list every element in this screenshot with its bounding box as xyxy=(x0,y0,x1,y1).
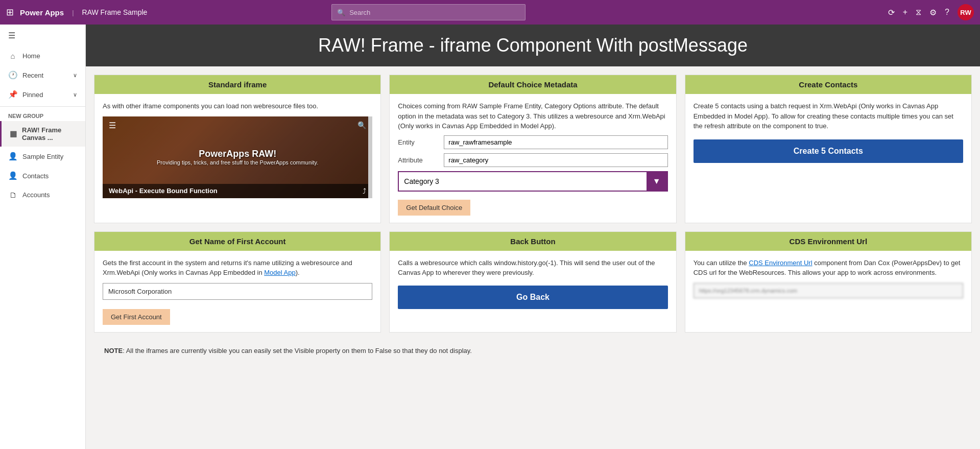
card-create-contacts-header: Create Contacts xyxy=(685,75,971,94)
sidebar-divider xyxy=(0,106,85,107)
pin-icon: 📌 xyxy=(8,90,17,99)
accounts-icon: 🗋 xyxy=(8,191,17,199)
default-choice-description: Choices coming from RAW Sample Frame Ent… xyxy=(398,101,667,131)
card-back-button: Back Button Calls a webresource which ca… xyxy=(389,231,676,333)
get-first-account-desc-end: ). xyxy=(296,269,300,276)
card-get-first-account-header: Get Name of First Account xyxy=(94,232,380,251)
sidebar-item-contacts-label: Contacts xyxy=(22,172,49,180)
attribute-label: Attribute xyxy=(398,156,439,164)
note-text: : All the iframes are currently visible … xyxy=(123,347,472,355)
note-bar: NOTE: All the iframes are currently visi… xyxy=(94,341,972,361)
card-standard-iframe-header: Standard iframe xyxy=(94,75,380,94)
iframe-bottom-bar: WebApi - Execute Bound Function ⤴ xyxy=(103,184,372,198)
go-back-button[interactable]: Go Back xyxy=(398,286,667,309)
sidebar-hamburger[interactable]: ☰ xyxy=(0,25,85,46)
card-cds-environment: CDS Environment Url You can utilize the … xyxy=(685,231,972,333)
sidebar-item-raw-canvas[interactable]: ▦ RAW! Frame Canvas ... xyxy=(0,121,85,147)
grid-icon[interactable]: ⊞ xyxy=(6,7,14,18)
sidebar-item-pinned-label: Pinned xyxy=(22,91,43,99)
entity-icon: 👤 xyxy=(8,152,17,161)
iframe-embed: ☰ 🔍 PowerApps RAW! Providing tips, trick… xyxy=(103,116,372,198)
entity-label: Entity xyxy=(398,138,439,146)
card-back-button-body: Calls a webresource which calls window.h… xyxy=(390,251,676,316)
topbar-logo: Power Apps xyxy=(20,8,64,17)
topbar-appname: RAW Frame Sample xyxy=(82,8,148,16)
refresh-icon[interactable]: ⟳ xyxy=(888,8,895,17)
help-icon[interactable]: ? xyxy=(945,8,949,17)
card-default-choice: Default Choice Metadata Choices coming f… xyxy=(389,75,676,223)
page-title: RAW! Frame - iframe Component With postM… xyxy=(96,35,970,56)
category-dropdown[interactable]: Category 1 Category 2 Category 3 Categor… xyxy=(398,171,667,192)
card-cds-environment-header: CDS Environment Url xyxy=(685,232,971,251)
iframe-scrollbar[interactable] xyxy=(368,116,372,198)
content-grid: Standard iframe As with other iframe com… xyxy=(86,66,980,369)
dropdown-arrow-icon[interactable]: ▼ xyxy=(647,172,667,191)
category-select[interactable]: Category 1 Category 2 Category 3 Categor… xyxy=(399,174,646,188)
create-5-contacts-button[interactable]: Create 5 Contacts xyxy=(694,139,963,163)
attribute-input[interactable] xyxy=(444,153,667,167)
add-icon[interactable]: + xyxy=(903,8,907,17)
sidebar-item-accounts[interactable]: 🗋 Accounts xyxy=(0,185,85,204)
get-first-account-desc-text: Gets the first account in the system and… xyxy=(103,259,352,277)
recent-icon: 🕐 xyxy=(8,70,17,80)
model-app-link[interactable]: Model App xyxy=(264,269,295,276)
cds-desc-part1: You can utilize the xyxy=(694,259,749,267)
sidebar-item-home-label: Home xyxy=(22,52,40,60)
sidebar-item-accounts-label: Accounts xyxy=(22,191,50,199)
filter-icon[interactable]: ⧖ xyxy=(916,8,921,17)
chevron-down-icon-pinned: ∨ xyxy=(73,91,77,98)
sidebar-item-sample-entity[interactable]: 👤 Sample Entity xyxy=(0,147,85,166)
avatar[interactable]: RW xyxy=(958,4,974,20)
topbar-actions: ⟳ + ⧖ ⚙ ? RW xyxy=(888,4,974,20)
get-first-account-button[interactable]: Get First Account xyxy=(103,309,170,325)
card-standard-iframe-body: As with other iframe components you can … xyxy=(94,94,380,210)
entity-field-row: Entity xyxy=(398,135,667,149)
card-get-first-account: Get Name of First Account Gets the first… xyxy=(94,231,381,333)
sidebar-item-home[interactable]: ⌂ Home xyxy=(0,46,85,65)
back-button-description: Calls a webresource which calls window.h… xyxy=(398,258,667,278)
home-icon: ⌂ xyxy=(8,52,17,60)
iframe-subtitle-text: Providing tips, tricks, and free stuff t… xyxy=(147,159,328,166)
sidebar-item-recent[interactable]: 🕐 Recent ∨ xyxy=(0,65,85,85)
search-box[interactable]: 🔍 xyxy=(331,4,525,20)
search-icon: 🔍 xyxy=(337,9,345,16)
card-create-contacts: Create Contacts Create 5 contacts using … xyxy=(685,75,972,223)
attribute-field-row: Attribute xyxy=(398,153,667,167)
get-default-choice-button[interactable]: Get Default Choice xyxy=(398,200,470,216)
topbar-separator: | xyxy=(72,9,74,16)
create-contacts-description: Create 5 contacts using a batch request … xyxy=(694,101,963,131)
card-default-choice-body: Choices coming from RAW Sample Frame Ent… xyxy=(390,94,676,223)
cds-url-display: https://org12345678.crm.dynamics.com xyxy=(694,283,963,298)
card-default-choice-header: Default Choice Metadata xyxy=(390,75,676,94)
get-first-account-description: Gets the first account in the system and… xyxy=(103,258,372,278)
contacts-icon: 👤 xyxy=(8,171,17,180)
iframe-bottom-text: WebApi - Execute Bound Function xyxy=(109,187,218,195)
settings-icon[interactable]: ⚙ xyxy=(929,8,937,17)
topbar: ⊞ Power Apps | RAW Frame Sample 🔍 ⟳ + ⧖ … xyxy=(0,0,980,25)
card-standard-iframe: Standard iframe As with other iframe com… xyxy=(94,75,381,223)
cds-environment-link[interactable]: CDS Environment Url xyxy=(749,259,812,267)
cds-environment-description: You can utilize the CDS Environment Url … xyxy=(694,258,963,278)
dropdown-row: Category 1 Category 2 Category 3 Categor… xyxy=(398,171,667,192)
sidebar-item-raw-label: RAW! Frame Canvas ... xyxy=(22,126,77,141)
canvas-icon: ▦ xyxy=(10,129,17,138)
sidebar-item-sample-entity-label: Sample Entity xyxy=(22,153,63,160)
chevron-down-icon: ∨ xyxy=(73,72,77,79)
sidebar-item-recent-label: Recent xyxy=(22,72,43,79)
iframe-title-text: PowerApps RAW! xyxy=(199,149,276,159)
sidebar: ☰ ⌂ Home 🕐 Recent ∨ 📌 Pinned ∨ New Group… xyxy=(0,25,86,449)
main-layout: ☰ ⌂ Home 🕐 Recent ∨ 📌 Pinned ∨ New Group… xyxy=(0,25,980,449)
note-prefix: NOTE xyxy=(104,347,123,355)
card-cds-environment-body: You can utilize the CDS Environment Url … xyxy=(685,251,971,305)
sidebar-item-pinned[interactable]: 📌 Pinned ∨ xyxy=(0,85,85,104)
sidebar-item-contacts[interactable]: 👤 Contacts xyxy=(0,166,85,185)
standard-iframe-description: As with other iframe components you can … xyxy=(103,101,372,111)
share-icon[interactable]: ⤴ xyxy=(363,187,366,195)
card-create-contacts-body: Create 5 contacts using a batch request … xyxy=(685,94,971,170)
search-input[interactable] xyxy=(349,9,520,16)
page-header: RAW! Frame - iframe Component With postM… xyxy=(86,25,980,66)
entity-input[interactable] xyxy=(444,135,667,149)
content-area: RAW! Frame - iframe Component With postM… xyxy=(86,25,980,449)
first-account-result[interactable] xyxy=(103,283,372,300)
card-back-button-header: Back Button xyxy=(390,232,676,251)
